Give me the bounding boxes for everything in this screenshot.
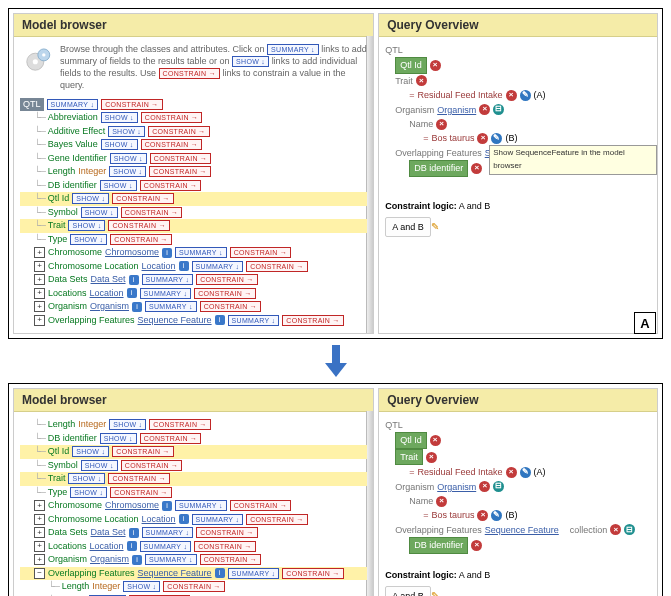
- expand-icon[interactable]: +: [34, 315, 45, 326]
- constrain-pill[interactable]: CONSTRAIN →: [150, 153, 211, 164]
- expand-icon[interactable]: +: [34, 274, 45, 285]
- summary-pill[interactable]: SUMMARY ↓: [142, 274, 194, 285]
- constrain-pill[interactable]: CONSTRAIN →: [148, 126, 209, 137]
- constrain-pill[interactable]: CONSTRAIN →: [282, 315, 343, 326]
- pencil-icon[interactable]: ✎: [431, 221, 439, 232]
- constrain-pill[interactable]: CONSTRAIN →: [200, 301, 261, 312]
- show-icon[interactable]: ⊟: [624, 524, 635, 535]
- summary-pill[interactable]: SUMMARY ↓: [140, 541, 192, 552]
- constrain-pill[interactable]: CONSTRAIN →: [108, 220, 169, 231]
- expand-icon[interactable]: +: [34, 247, 45, 258]
- info-icon[interactable]: i: [127, 288, 137, 298]
- expand-icon[interactable]: +: [34, 554, 45, 565]
- constrain-pill[interactable]: CONSTRAIN →: [141, 139, 202, 150]
- expand-icon[interactable]: +: [34, 261, 45, 272]
- constrain-pill[interactable]: CONSTRAIN →: [246, 261, 307, 272]
- expand-icon[interactable]: +: [34, 301, 45, 312]
- remove-icon[interactable]: ×: [471, 540, 482, 551]
- show-pill[interactable]: SHOW ↓: [101, 112, 138, 123]
- edit-icon[interactable]: ✎: [520, 467, 531, 478]
- remove-icon[interactable]: ×: [430, 60, 441, 71]
- show-pill[interactable]: SHOW ↓: [232, 56, 269, 67]
- show-icon[interactable]: ⊟: [493, 104, 504, 115]
- constrain-pill[interactable]: CONSTRAIN →: [110, 487, 171, 498]
- show-pill[interactable]: SHOW ↓: [109, 166, 146, 177]
- constrain-pill[interactable]: CONSTRAIN →: [121, 207, 182, 218]
- constrain-pill[interactable]: CONSTRAIN →: [196, 274, 257, 285]
- info-icon[interactable]: i: [179, 514, 189, 524]
- remove-icon[interactable]: ×: [436, 496, 447, 507]
- info-icon[interactable]: i: [132, 302, 142, 312]
- show-pill[interactable]: SHOW ↓: [100, 433, 137, 444]
- show-pill[interactable]: SHOW ↓: [68, 220, 105, 231]
- constrain-pill[interactable]: CONSTRAIN →: [141, 112, 202, 123]
- remove-icon[interactable]: ×: [426, 452, 437, 463]
- constrain-pill[interactable]: CONSTRAIN →: [121, 460, 182, 471]
- remove-icon[interactable]: ×: [506, 90, 517, 101]
- constrain-pill[interactable]: CONSTRAIN →: [110, 234, 171, 245]
- summary-pill[interactable]: SUMMARY ↓: [145, 554, 197, 565]
- remove-icon[interactable]: ×: [479, 104, 490, 115]
- show-pill[interactable]: SHOW ↓: [81, 207, 118, 218]
- info-icon[interactable]: i: [162, 501, 172, 511]
- expand-icon[interactable]: +: [34, 500, 45, 511]
- summary-pill[interactable]: SUMMARY ↓: [145, 301, 197, 312]
- edit-icon[interactable]: ✎: [491, 510, 502, 521]
- info-icon[interactable]: i: [179, 261, 189, 271]
- show-pill[interactable]: SHOW ↓: [70, 487, 107, 498]
- show-pill[interactable]: SHOW ↓: [110, 153, 147, 164]
- edit-icon[interactable]: ✎: [491, 133, 502, 144]
- remove-icon[interactable]: ×: [416, 75, 427, 86]
- summary-pill[interactable]: SUMMARY ↓: [142, 527, 194, 538]
- summary-pill[interactable]: SUMMARY ↓: [140, 288, 192, 299]
- show-pill[interactable]: SHOW ↓: [123, 581, 160, 592]
- constrain-pill[interactable]: CONSTRAIN →: [230, 247, 291, 258]
- summary-pill[interactable]: SUMMARY ↓: [192, 261, 244, 272]
- info-icon[interactable]: i: [127, 541, 137, 551]
- remove-icon[interactable]: ×: [471, 163, 482, 174]
- remove-icon[interactable]: ×: [477, 510, 488, 521]
- constrain-pill[interactable]: CONSTRAIN →: [149, 166, 210, 177]
- summary-pill[interactable]: SUMMARY ↓: [175, 500, 227, 511]
- constrain-pill[interactable]: CONSTRAIN →: [194, 541, 255, 552]
- summary-pill[interactable]: SUMMARY ↓: [228, 315, 280, 326]
- summary-pill[interactable]: SUMMARY ↓: [192, 514, 244, 525]
- summary-pill[interactable]: SUMMARY ↓: [47, 99, 99, 110]
- remove-icon[interactable]: ×: [436, 119, 447, 130]
- show-pill[interactable]: SHOW ↓: [72, 193, 109, 204]
- constrain-pill[interactable]: CONSTRAIN →: [246, 514, 307, 525]
- show-pill[interactable]: SHOW ↓: [100, 180, 137, 191]
- constraint-input[interactable]: A and B: [385, 217, 431, 237]
- show-pill[interactable]: SHOW ↓: [101, 139, 138, 150]
- info-icon[interactable]: i: [215, 315, 225, 325]
- expand-icon[interactable]: +: [34, 514, 45, 525]
- edit-icon[interactable]: ✎: [520, 90, 531, 101]
- constrain-pill[interactable]: CONSTRAIN →: [101, 99, 162, 110]
- info-icon[interactable]: i: [129, 528, 139, 538]
- show-pill[interactable]: SHOW ↓: [70, 234, 107, 245]
- constrain-pill[interactable]: CONSTRAIN →: [200, 554, 261, 565]
- constrain-pill[interactable]: CONSTRAIN →: [140, 433, 201, 444]
- constrain-pill[interactable]: CONSTRAIN →: [108, 473, 169, 484]
- constrain-pill[interactable]: CONSTRAIN →: [140, 180, 201, 191]
- show-pill[interactable]: SHOW ↓: [68, 473, 105, 484]
- remove-icon[interactable]: ×: [610, 524, 621, 535]
- constrain-pill[interactable]: CONSTRAIN →: [163, 581, 224, 592]
- constrain-pill[interactable]: CONSTRAIN →: [159, 68, 220, 79]
- info-icon[interactable]: i: [129, 275, 139, 285]
- info-icon[interactable]: i: [132, 555, 142, 565]
- show-pill[interactable]: SHOW ↓: [81, 460, 118, 471]
- show-pill[interactable]: SHOW ↓: [109, 419, 146, 430]
- remove-icon[interactable]: ×: [479, 481, 490, 492]
- remove-icon[interactable]: ×: [430, 435, 441, 446]
- constrain-pill[interactable]: CONSTRAIN →: [196, 527, 257, 538]
- constrain-pill[interactable]: CONSTRAIN →: [112, 446, 173, 457]
- summary-pill[interactable]: SUMMARY ↓: [267, 44, 319, 55]
- expand-icon[interactable]: +: [34, 541, 45, 552]
- collapse-icon[interactable]: −: [34, 568, 45, 579]
- pencil-icon[interactable]: ✎: [431, 590, 439, 596]
- constrain-pill[interactable]: CONSTRAIN →: [112, 193, 173, 204]
- expand-icon[interactable]: +: [34, 288, 45, 299]
- remove-icon[interactable]: ×: [477, 133, 488, 144]
- constrain-pill[interactable]: CONSTRAIN →: [194, 288, 255, 299]
